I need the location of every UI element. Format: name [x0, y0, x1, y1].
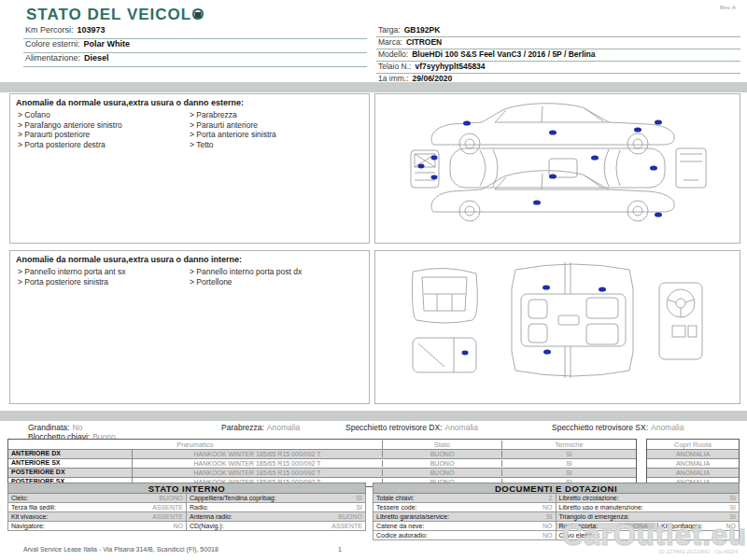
field-label: Km Percorsi: [25, 25, 74, 35]
exterior-list-col2: > Parabrezza > Paraurti anteriore > Port… [190, 110, 361, 149]
cell-label: Terza fila sedili: [11, 504, 56, 511]
vehicle-info-left: Km Percorsi: 103973 Colore esterni: Pola… [23, 25, 367, 67]
field-label: Modello: [378, 49, 408, 59]
cell-label: Libretto uso e manutenzione: [559, 504, 643, 511]
kv-cell: Codice autoradio:NO [374, 531, 557, 539]
interior-damage-markers [462, 285, 607, 355]
cell-value: NO [543, 532, 553, 539]
status-label: Specchietto retrovisore DX: [345, 423, 442, 432]
cell-value: SI [356, 495, 362, 501]
square-marker-icon [195, 12, 201, 18]
kv-cell: Navigatore:NO [8, 522, 187, 530]
tyre-termiche: SI [502, 451, 636, 457]
tyre-stato: BUONO [383, 451, 502, 457]
info-row-telaio: Telaio N.: vf7syyhyplt545834 [376, 62, 740, 74]
cell-value: NO [174, 523, 184, 529]
status-value: Anomalia [651, 423, 684, 432]
status-label: Parabrezza: [221, 423, 264, 432]
cell-label: Catene da neve: [376, 523, 424, 529]
tyre-table-copri-header: Copri Ruota [647, 440, 739, 449]
dashboard-view [659, 283, 702, 359]
section-divider-bar [0, 82, 747, 92]
cell-value: ASSENTE [152, 504, 183, 511]
tyre-termiche: SI [502, 469, 636, 476]
tyre-stato: BUONO [383, 460, 502, 467]
list-item: > Cofano [18, 110, 190, 120]
exterior-damage-diagram [375, 94, 740, 243]
tyre-position: ANTERIORE SX [8, 459, 133, 468]
field-label: Alimentazione: [25, 53, 80, 63]
kv-cell: Cappelliera/Tendina copribag:SI [187, 494, 365, 502]
list-item: > Porta posteriore destra [18, 140, 190, 150]
section-title: STATO INTERNO [7, 483, 366, 494]
table-row: Tessere code:NO Libretto uso e manutenzi… [373, 503, 740, 512]
status-value: Anomalia [267, 423, 300, 432]
field-value: Polar White [84, 39, 131, 49]
column-header: Termiche [502, 441, 636, 449]
kv-cell: Totale chiavi:2 [374, 494, 557, 502]
vehicle-info-right: Targa: GB192PK Marca: CITROEN Modello: B… [376, 25, 740, 86]
cell-label: Navigatore: [11, 523, 45, 529]
status-grandinata: Grandinata:No [28, 423, 82, 432]
cell-label: Antenna radio: [190, 513, 233, 520]
status-specchietto-sx: Specchietto retrovisore SX:Anomalia [552, 423, 684, 432]
cell-value: SI [546, 513, 553, 520]
info-row-colore: Colore esterni: Polar White [23, 39, 367, 53]
table-row: ANOMALIA [647, 468, 739, 477]
field-value: Diesel [84, 53, 109, 63]
field-value: vf7syyhyplt545834 [415, 62, 485, 71]
tyre-table: Pneumatico Stato Termiche ANTERIORE DX H… [7, 439, 740, 487]
cabin-top-view [512, 262, 633, 378]
status-parabrezza: Parabrezza:Anomalia [221, 423, 300, 432]
kv-cell: Cielo:BUONO [8, 494, 187, 502]
column-header: Copri Ruota [647, 441, 739, 449]
status-label: Grandinata: [28, 423, 69, 432]
table-row: POSTERIORE DX HANKOOK WINTER 185/65 R15 … [8, 468, 636, 477]
list-item: > Pannello interno porta post dx [190, 267, 361, 277]
tyre-termiche: SI [502, 460, 636, 467]
stato-interno-table: STATO INTERNO Cielo:BUONO Cappelliera/Te… [7, 483, 366, 531]
list-item: > Porta posteriore sinistra [18, 277, 190, 287]
interior-anomalies-list: > Pannello interno porta ant sx > Porta … [10, 267, 369, 287]
table-row: Terza fila sedili:ASSENTE Radio:SI [7, 503, 366, 512]
footer-company-address: Arval Service Lease Italia - Via Pisana … [23, 546, 218, 553]
cell-value: SI [729, 504, 736, 511]
info-row-km: Km Percorsi: 103973 [23, 25, 367, 39]
table-row: Totale chiavi:2 Libretto circolazione:SI [373, 494, 740, 503]
field-value: 103973 [78, 25, 106, 35]
interior-anomalies-heading: Anomalie da normale usura,extra usura o … [10, 251, 369, 267]
exterior-damage-diagram-panel [374, 93, 740, 244]
field-value: BlueHDi 100 S&S Feel VanC3 / 2016 / 5P /… [412, 49, 595, 59]
info-row-marca: Marca: CITROEN [376, 37, 740, 49]
copri-ruota-value: ANOMALIA [647, 451, 739, 457]
cell-value: SI [356, 504, 362, 511]
cell-label: Codice autoradio: [376, 532, 428, 539]
field-label: Telaio N.: [378, 62, 411, 71]
info-row-modello: Modello: BlueHDi 100 S&S Feel VanC3 / 20… [376, 49, 740, 62]
exterior-list-col1: > Cofano > Parafango anteriore sinistro … [18, 110, 190, 149]
tyre-spec: HANKOOK WINTER 185/65 R15 000/092 T [133, 469, 383, 476]
field-label: Targa: [378, 25, 401, 35]
status-value: No [72, 423, 82, 432]
info-row-targa: Targa: GB192PK [376, 25, 740, 37]
car-top-view [450, 148, 665, 188]
tyre-position: ANTERIORE DX [8, 450, 133, 458]
exterior-damage-markers [418, 119, 663, 217]
cell-label: Totale chiavi: [376, 495, 414, 501]
copri-ruota-value: ANOMALIA [647, 469, 739, 476]
kv-cell: Kit vivavoce:ASSENTE [8, 512, 187, 521]
tailgate-view [413, 338, 476, 372]
cell-label: Radio: [190, 504, 208, 511]
field-value: GB192PK [404, 25, 441, 35]
cell-value: SI [729, 495, 736, 501]
car-rear-view [676, 148, 706, 188]
tyre-spec: HANKOOK WINTER 185/65 R15 000/092 T [133, 460, 383, 467]
interior-damage-diagram [375, 251, 740, 403]
list-item: > Parabrezza [190, 110, 361, 120]
exterior-anomalies-heading: Anomalie da normale usura,extra usura o … [10, 94, 369, 110]
revision-label: Rev. A [720, 5, 736, 10]
interior-damage-diagram-panel [374, 250, 740, 404]
exterior-anomalies-list: > Cofano > Parafango anteriore sinistro … [10, 110, 369, 149]
tyre-position: POSTERIORE DX [8, 469, 133, 477]
table-row: ANOMALIA [647, 449, 739, 458]
